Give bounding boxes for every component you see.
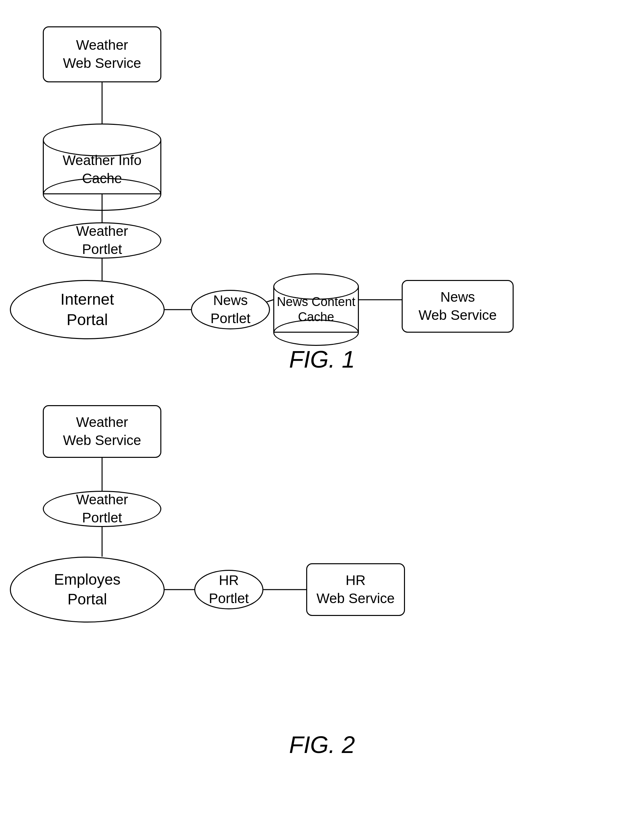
news-content-cache-label: News Content Cache [277,294,355,325]
news-web-service-label: News Web Service [418,288,497,324]
hr-portlet-label: HR Portlet [209,572,249,608]
weather-portlet-node-fig1: Weather Portlet [43,222,161,259]
weather-info-cache-node: Weather Info Cache [43,123,161,194]
employes-portal-label: Employes Portal [54,570,121,609]
internet-portal-node: Internet Portal [10,280,165,339]
news-portlet-label: News Portlet [210,291,250,327]
weather-web-service-node-fig2: Weather Web Service [43,405,161,458]
news-web-service-node: News Web Service [402,280,513,333]
news-content-cache-node: News Content Cache [273,273,359,333]
employes-portal-node: Employes Portal [10,557,165,622]
weather-web-service-label-fig2: Weather Web Service [63,414,141,449]
weather-info-cache-label: Weather Info Cache [63,152,142,187]
fig1-label: FIG. 1 [0,346,644,373]
fig2-label: FIG. 2 [0,731,644,758]
news-portlet-node: News Portlet [191,290,270,330]
weather-portlet-node-fig2: Weather Portlet [43,491,161,527]
hr-web-service-label: HR Web Service [316,572,394,608]
hr-web-service-node: HR Web Service [306,563,405,616]
weather-web-service-label-fig1: Weather Web Service [63,36,141,72]
internet-portal-label: Internet Portal [61,289,114,330]
hr-portlet-node: HR Portlet [194,570,263,609]
weather-web-service-node-fig1: Weather Web Service [43,26,161,82]
weather-portlet-label-fig1: Weather Portlet [76,222,128,258]
weather-portlet-label-fig2: Weather Portlet [76,491,128,527]
